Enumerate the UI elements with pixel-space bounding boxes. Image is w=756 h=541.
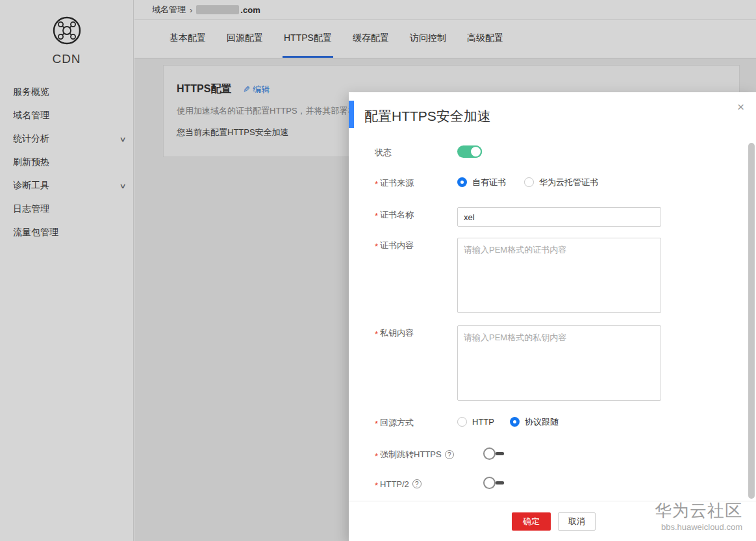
cert-content-label: 证书内容 <box>375 238 457 313</box>
radio-http[interactable]: HTTP <box>457 417 494 427</box>
http2-toggle[interactable] <box>483 477 504 489</box>
radio-huawei-managed-certificate[interactable]: 华为云托管证书 <box>524 177 598 188</box>
dialog-footer: 确定 取消 <box>349 501 756 541</box>
status-toggle[interactable] <box>457 145 482 158</box>
dialog-accent-bar <box>349 101 354 128</box>
toggle-track <box>496 452 504 455</box>
confirm-button[interactable]: 确定 <box>512 512 551 531</box>
force-https-toggle[interactable] <box>483 447 504 460</box>
dialog-title: 配置HTTPS安全加速 <box>349 92 756 125</box>
radio-unselected-icon[interactable] <box>457 417 467 427</box>
radio-protocol-follow[interactable]: 协议跟随 <box>510 416 559 428</box>
status-label: 状态 <box>375 145 457 158</box>
cert-name-label: 证书名称 <box>375 207 457 227</box>
private-key-textarea[interactable] <box>457 325 661 401</box>
origin-protocol-label: 回源方式 <box>375 415 457 429</box>
radio-selected-icon[interactable] <box>510 417 520 427</box>
cert-content-textarea[interactable] <box>457 238 661 313</box>
radio-unselected-icon[interactable] <box>524 177 534 187</box>
force-https-label: 强制跳转HTTPS ? <box>375 447 483 460</box>
scrollbar-thumb[interactable] <box>748 143 755 499</box>
toggle-knob <box>470 145 482 158</box>
radio-selected-icon[interactable] <box>457 177 467 187</box>
help-icon[interactable]: ? <box>412 479 422 488</box>
close-icon[interactable]: × <box>737 101 744 113</box>
dialog-form: 状态 证书来源 自有证书 华为云托管证书 证书名称 <box>349 125 756 489</box>
help-icon[interactable]: ? <box>445 450 454 459</box>
toggle-knob <box>483 447 496 460</box>
cancel-button[interactable]: 取消 <box>558 512 596 531</box>
cert-name-input[interactable] <box>457 207 661 227</box>
https-settings-dialog: × 配置HTTPS安全加速 状态 证书来源 自有证书 华为云托管证书 <box>349 92 756 541</box>
http2-label: HTTP/2 ? <box>375 477 483 489</box>
toggle-knob <box>483 477 496 489</box>
cert-source-label: 证书来源 <box>375 175 457 189</box>
toggle-track <box>496 481 504 484</box>
radio-own-certificate[interactable]: 自有证书 <box>457 177 506 188</box>
private-key-label: 私钥内容 <box>375 325 457 401</box>
